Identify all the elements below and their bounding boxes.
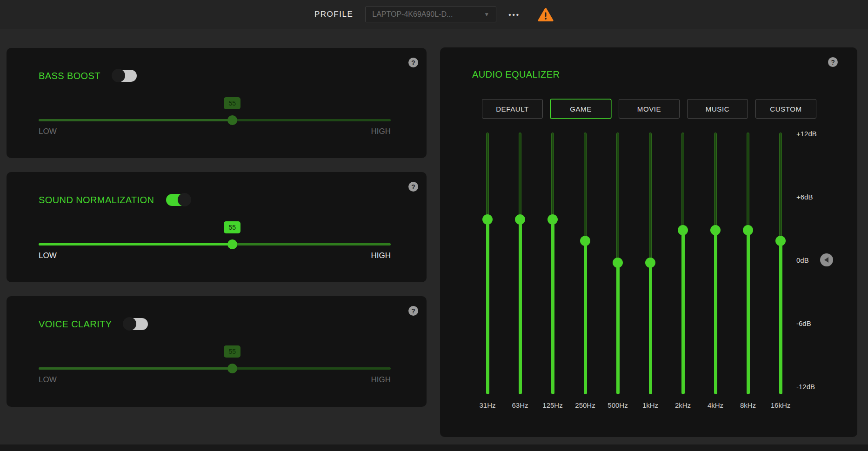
profile-device-dropdown[interactable]: LAPTOP-4K69A90L-D... ▼ bbox=[365, 7, 496, 22]
eq-preset-game[interactable]: GAME bbox=[550, 99, 611, 119]
sound-normalization-toggle[interactable] bbox=[166, 194, 190, 206]
eq-band-fill bbox=[519, 219, 522, 394]
toggle-knob bbox=[178, 193, 191, 206]
slider-min-label: LOW bbox=[39, 127, 57, 136]
slider-max-label: HIGH bbox=[371, 375, 391, 385]
slider-min-label: LOW bbox=[39, 251, 57, 260]
profile-device-value: LAPTOP-4K69A90L-D... bbox=[372, 10, 480, 19]
toggle-knob bbox=[112, 69, 125, 82]
help-icon[interactable]: ? bbox=[828, 57, 838, 67]
eq-band-frequency-label: 4kHz bbox=[699, 401, 732, 409]
sound-normalization-panel: ? SOUND NORMALIZATION 55 LOW HIGH bbox=[7, 172, 427, 282]
slider-thumb[interactable] bbox=[227, 115, 237, 125]
eq-reset-button[interactable] bbox=[820, 253, 833, 266]
eq-band-63hz: 63Hz bbox=[504, 133, 536, 416]
help-icon[interactable]: ? bbox=[408, 306, 418, 316]
eq-band-thumb[interactable] bbox=[775, 236, 786, 246]
eq-preset-row: DEFAULTGAMEMOVIEMUSICCUSTOM bbox=[482, 99, 816, 119]
voice-clarity-panel: ? VOICE CLARITY 55 LOW HIGH bbox=[7, 296, 427, 407]
eq-band-thumb[interactable] bbox=[613, 258, 623, 268]
eq-band-frequency-label: 250Hz bbox=[569, 401, 601, 409]
sound-normalization-slider[interactable]: 55 LOW HIGH bbox=[39, 221, 391, 264]
help-icon[interactable]: ? bbox=[408, 182, 418, 192]
eq-scale-label: +6dB bbox=[796, 193, 834, 201]
slider-min-label: LOW bbox=[39, 375, 57, 385]
bass-boost-title: BASS BOOST bbox=[39, 71, 100, 81]
bass-boost-slider[interactable]: 55 LOW HIGH bbox=[39, 97, 391, 140]
help-icon[interactable]: ? bbox=[408, 58, 418, 67]
voice-clarity-title: VOICE CLARITY bbox=[39, 319, 112, 330]
eq-band-500hz: 500Hz bbox=[601, 133, 634, 416]
eq-band-frequency-label: 2kHz bbox=[667, 401, 699, 409]
slider-fill bbox=[39, 367, 232, 370]
slider-value-badge: 55 bbox=[224, 221, 240, 233]
eq-band-fill bbox=[616, 263, 620, 394]
eq-band-frequency-label: 16kHz bbox=[764, 401, 797, 409]
warning-triangle-icon[interactable] bbox=[538, 7, 554, 22]
eq-band-frequency-label: 63Hz bbox=[504, 401, 536, 409]
slider-thumb[interactable] bbox=[227, 364, 237, 373]
voice-clarity-slider[interactable]: 55 LOW HIGH bbox=[39, 345, 391, 388]
eq-scale-label: -6dB bbox=[796, 319, 834, 327]
eq-band-fill bbox=[714, 230, 717, 394]
eq-band-1khz: 1kHz bbox=[634, 133, 667, 416]
eq-band-thumb[interactable] bbox=[580, 236, 590, 246]
eq-scale-label: +12dB bbox=[796, 130, 834, 138]
bass-boost-toggle[interactable] bbox=[113, 70, 137, 82]
eq-preset-movie[interactable]: MOVIE bbox=[619, 99, 680, 119]
slider-thumb[interactable] bbox=[227, 239, 237, 249]
voice-clarity-toggle[interactable] bbox=[124, 318, 148, 330]
eq-band-fill bbox=[486, 219, 489, 394]
top-bar: PROFILE LAPTOP-4K69A90L-D... ▼ ••• bbox=[0, 0, 868, 29]
eq-band-31hz: 31Hz bbox=[471, 133, 504, 416]
slider-max-label: HIGH bbox=[371, 127, 391, 136]
eq-band-8khz: 8kHz bbox=[732, 133, 764, 416]
triangle-left-icon bbox=[824, 257, 828, 263]
slider-fill bbox=[39, 243, 232, 245]
eq-band-frequency-label: 125Hz bbox=[536, 401, 569, 409]
toggle-knob bbox=[123, 317, 136, 331]
eq-band-250hz: 250Hz bbox=[569, 133, 601, 416]
eq-band-4khz: 4kHz bbox=[699, 133, 732, 416]
eq-band-thumb[interactable] bbox=[678, 225, 688, 235]
eq-band-16khz: 16kHz bbox=[764, 133, 797, 416]
eq-band-fill bbox=[649, 263, 652, 394]
eq-scale-label: -12dB bbox=[796, 383, 834, 391]
eq-band-frequency-label: 1kHz bbox=[634, 401, 667, 409]
eq-band-thumb[interactable] bbox=[482, 214, 493, 225]
eq-band-thumb[interactable] bbox=[743, 225, 753, 235]
eq-band-fill bbox=[551, 219, 554, 394]
eq-band-125hz: 125Hz bbox=[536, 133, 569, 416]
eq-band-frequency-label: 8kHz bbox=[732, 401, 764, 409]
eq-band-thumb[interactable] bbox=[710, 225, 721, 235]
slider-fill bbox=[39, 119, 232, 121]
bass-boost-panel: ? BASS BOOST 55 LOW HIGH bbox=[7, 48, 427, 158]
eq-preset-custom[interactable]: CUSTOM bbox=[755, 99, 816, 119]
sound-normalization-title: SOUND NORMALIZATION bbox=[39, 195, 154, 206]
bottom-edge-strip bbox=[0, 444, 868, 451]
eq-band-fill bbox=[681, 230, 685, 394]
eq-band-frequency-label: 500Hz bbox=[601, 401, 634, 409]
eq-band-thumb[interactable] bbox=[645, 258, 655, 268]
eq-band-fill bbox=[747, 230, 750, 394]
audio-equalizer-title: AUDIO EQUALIZER bbox=[472, 69, 560, 80]
eq-band-thumb[interactable] bbox=[515, 214, 525, 225]
slider-value-badge: 55 bbox=[224, 345, 240, 358]
eq-band-thumb[interactable] bbox=[548, 214, 558, 225]
slider-value-badge: 55 bbox=[224, 97, 240, 109]
eq-band-2khz: 2kHz bbox=[667, 133, 699, 416]
profile-label: PROFILE bbox=[314, 10, 353, 19]
slider-max-label: HIGH bbox=[371, 251, 391, 260]
chevron-down-icon: ▼ bbox=[484, 11, 489, 18]
eq-preset-default[interactable]: DEFAULT bbox=[482, 99, 543, 119]
eq-band-fill bbox=[584, 241, 587, 394]
eq-band-fill bbox=[779, 241, 782, 394]
audio-equalizer-panel: ? AUDIO EQUALIZER DEFAULTGAMEMOVIEMUSICC… bbox=[440, 47, 857, 437]
eq-band-frequency-label: 31Hz bbox=[471, 401, 504, 409]
more-options-icon[interactable]: ••• bbox=[508, 11, 520, 19]
eq-preset-music[interactable]: MUSIC bbox=[687, 99, 748, 119]
